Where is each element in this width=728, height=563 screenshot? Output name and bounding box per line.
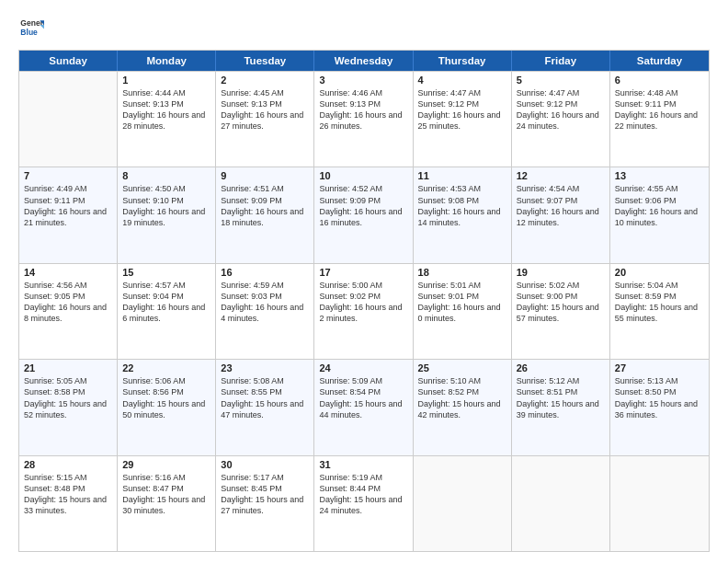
day-number-w2-sunday: 7	[24, 170, 112, 181]
col-monday: Monday	[118, 51, 216, 71]
day-number-w1-monday: 1	[122, 75, 210, 86]
day-number-w3-saturday: 20	[615, 267, 704, 278]
col-sunday: Sunday	[19, 51, 118, 71]
day-number-w2-tuesday: 9	[221, 170, 309, 181]
cell-w1-monday: 1Sunrise: 4:44 AM Sunset: 9:13 PM Daylig…	[118, 72, 216, 167]
cell-w4-tuesday: 23Sunrise: 5:08 AM Sunset: 8:55 PM Dayli…	[216, 360, 314, 454]
day-info-w4-sunday: Sunrise: 5:05 AM Sunset: 8:58 PM Dayligh…	[24, 375, 112, 420]
day-info-w2-saturday: Sunrise: 4:55 AM Sunset: 9:06 PM Dayligh…	[615, 183, 704, 228]
cell-w4-friday: 26Sunrise: 5:12 AM Sunset: 8:51 PM Dayli…	[512, 360, 610, 454]
cell-w5-monday: 29Sunrise: 5:16 AM Sunset: 8:47 PM Dayli…	[118, 456, 216, 551]
cell-w3-thursday: 18Sunrise: 5:01 AM Sunset: 9:01 PM Dayli…	[414, 264, 512, 359]
day-info-w5-monday: Sunrise: 5:16 AM Sunset: 8:47 PM Dayligh…	[122, 472, 210, 517]
calendar-body: 1Sunrise: 4:44 AM Sunset: 9:13 PM Daylig…	[19, 71, 709, 551]
svg-text:Blue: Blue	[20, 28, 38, 37]
cell-w1-thursday: 4Sunrise: 4:47 AM Sunset: 9:12 PM Daylig…	[414, 72, 512, 167]
day-number-w1-thursday: 4	[418, 75, 506, 86]
day-info-w3-tuesday: Sunrise: 4:59 AM Sunset: 9:03 PM Dayligh…	[221, 280, 309, 325]
col-friday: Friday	[512, 51, 610, 71]
cell-w4-monday: 22Sunrise: 5:06 AM Sunset: 8:56 PM Dayli…	[118, 360, 216, 454]
cell-w3-sunday: 14Sunrise: 4:56 AM Sunset: 9:05 PM Dayli…	[19, 264, 118, 359]
day-info-w1-wednesday: Sunrise: 4:46 AM Sunset: 9:13 PM Dayligh…	[319, 87, 407, 132]
day-info-w3-wednesday: Sunrise: 5:00 AM Sunset: 9:02 PM Dayligh…	[319, 280, 407, 325]
day-number-w4-friday: 26	[517, 362, 605, 373]
cell-w2-saturday: 13Sunrise: 4:55 AM Sunset: 9:06 PM Dayli…	[610, 167, 709, 262]
day-number-w3-monday: 15	[122, 267, 210, 278]
cell-w2-wednesday: 10Sunrise: 4:52 AM Sunset: 9:09 PM Dayli…	[314, 167, 413, 262]
day-number-w5-monday: 29	[122, 459, 210, 470]
day-info-w4-monday: Sunrise: 5:06 AM Sunset: 8:56 PM Dayligh…	[122, 375, 210, 420]
cell-w5-thursday	[414, 456, 512, 551]
cell-w4-sunday: 21Sunrise: 5:05 AM Sunset: 8:58 PM Dayli…	[19, 360, 118, 454]
cell-w5-tuesday: 30Sunrise: 5:17 AM Sunset: 8:45 PM Dayli…	[216, 456, 314, 551]
cell-w4-thursday: 25Sunrise: 5:10 AM Sunset: 8:52 PM Dayli…	[414, 360, 512, 454]
day-number-w3-thursday: 18	[418, 267, 506, 278]
cell-w3-tuesday: 16Sunrise: 4:59 AM Sunset: 9:03 PM Dayli…	[216, 264, 314, 359]
cell-w3-saturday: 20Sunrise: 5:04 AM Sunset: 8:59 PM Dayli…	[610, 264, 709, 359]
day-number-w5-tuesday: 30	[221, 459, 309, 470]
cell-w4-wednesday: 24Sunrise: 5:09 AM Sunset: 8:54 PM Dayli…	[314, 360, 413, 454]
day-info-w4-friday: Sunrise: 5:12 AM Sunset: 8:51 PM Dayligh…	[517, 375, 605, 420]
day-info-w2-thursday: Sunrise: 4:53 AM Sunset: 9:08 PM Dayligh…	[418, 183, 506, 228]
day-info-w5-tuesday: Sunrise: 5:17 AM Sunset: 8:45 PM Dayligh…	[221, 472, 309, 517]
day-info-w2-friday: Sunrise: 4:54 AM Sunset: 9:07 PM Dayligh…	[517, 183, 605, 228]
day-info-w1-saturday: Sunrise: 4:48 AM Sunset: 9:11 PM Dayligh…	[615, 87, 704, 132]
day-info-w5-wednesday: Sunrise: 5:19 AM Sunset: 8:44 PM Dayligh…	[319, 472, 407, 517]
cell-w3-friday: 19Sunrise: 5:02 AM Sunset: 9:00 PM Dayli…	[512, 264, 610, 359]
week-row-1: 1Sunrise: 4:44 AM Sunset: 9:13 PM Daylig…	[19, 71, 709, 167]
col-wednesday: Wednesday	[314, 51, 413, 71]
day-info-w1-tuesday: Sunrise: 4:45 AM Sunset: 9:13 PM Dayligh…	[221, 87, 309, 132]
cell-w5-wednesday: 31Sunrise: 5:19 AM Sunset: 8:44 PM Dayli…	[314, 456, 413, 551]
day-info-w1-monday: Sunrise: 4:44 AM Sunset: 9:13 PM Dayligh…	[122, 87, 210, 132]
day-number-w5-wednesday: 31	[319, 459, 407, 470]
col-thursday: Thursday	[414, 51, 512, 71]
day-info-w1-thursday: Sunrise: 4:47 AM Sunset: 9:12 PM Dayligh…	[418, 87, 506, 132]
day-info-w3-sunday: Sunrise: 4:56 AM Sunset: 9:05 PM Dayligh…	[24, 280, 112, 325]
day-number-w3-sunday: 14	[24, 267, 112, 278]
cell-w1-friday: 5Sunrise: 4:47 AM Sunset: 9:12 PM Daylig…	[512, 72, 610, 167]
day-number-w4-monday: 22	[122, 362, 210, 373]
day-number-w4-saturday: 27	[615, 362, 704, 373]
cell-w1-saturday: 6Sunrise: 4:48 AM Sunset: 9:11 PM Daylig…	[610, 72, 709, 167]
day-info-w4-tuesday: Sunrise: 5:08 AM Sunset: 8:55 PM Dayligh…	[221, 375, 309, 420]
cell-w5-sunday: 28Sunrise: 5:15 AM Sunset: 8:48 PM Dayli…	[19, 456, 118, 551]
cell-w3-wednesday: 17Sunrise: 5:00 AM Sunset: 9:02 PM Dayli…	[314, 264, 413, 359]
day-number-w4-thursday: 25	[418, 362, 506, 373]
day-info-w5-sunday: Sunrise: 5:15 AM Sunset: 8:48 PM Dayligh…	[24, 472, 112, 517]
day-info-w1-friday: Sunrise: 4:47 AM Sunset: 9:12 PM Dayligh…	[517, 87, 605, 132]
day-info-w2-monday: Sunrise: 4:50 AM Sunset: 9:10 PM Dayligh…	[122, 183, 210, 228]
cell-w1-wednesday: 3Sunrise: 4:46 AM Sunset: 9:13 PM Daylig…	[314, 72, 413, 167]
week-row-4: 21Sunrise: 5:05 AM Sunset: 8:58 PM Dayli…	[19, 359, 709, 454]
day-number-w2-friday: 12	[517, 170, 605, 181]
day-number-w2-wednesday: 10	[319, 170, 407, 181]
col-saturday: Saturday	[610, 51, 709, 71]
cell-w1-tuesday: 2Sunrise: 4:45 AM Sunset: 9:13 PM Daylig…	[216, 72, 314, 167]
week-row-3: 14Sunrise: 4:56 AM Sunset: 9:05 PM Dayli…	[19, 263, 709, 359]
cell-w2-tuesday: 9Sunrise: 4:51 AM Sunset: 9:09 PM Daylig…	[216, 167, 314, 262]
day-number-w2-monday: 8	[122, 170, 210, 181]
day-number-w2-thursday: 11	[418, 170, 506, 181]
day-info-w2-wednesday: Sunrise: 4:52 AM Sunset: 9:09 PM Dayligh…	[319, 183, 407, 228]
day-number-w1-saturday: 6	[615, 75, 704, 86]
calendar-header-row: Sunday Monday Tuesday Wednesday Thursday…	[19, 51, 709, 71]
svg-text:General: General	[20, 18, 44, 28]
day-number-w4-tuesday: 23	[221, 362, 309, 373]
day-info-w4-wednesday: Sunrise: 5:09 AM Sunset: 8:54 PM Dayligh…	[319, 375, 407, 420]
day-info-w3-saturday: Sunrise: 5:04 AM Sunset: 8:59 PM Dayligh…	[615, 280, 704, 325]
cell-w2-thursday: 11Sunrise: 4:53 AM Sunset: 9:08 PM Dayli…	[414, 167, 512, 262]
cell-w5-saturday	[610, 456, 709, 551]
day-number-w1-tuesday: 2	[221, 75, 309, 86]
logo-icon: General Blue	[18, 15, 44, 40]
day-number-w1-wednesday: 3	[319, 75, 407, 86]
day-number-w2-saturday: 13	[615, 170, 704, 181]
cell-w3-monday: 15Sunrise: 4:57 AM Sunset: 9:04 PM Dayli…	[118, 264, 216, 359]
day-info-w4-saturday: Sunrise: 5:13 AM Sunset: 8:50 PM Dayligh…	[615, 375, 704, 420]
day-number-w5-sunday: 28	[24, 459, 112, 470]
cell-w2-sunday: 7Sunrise: 4:49 AM Sunset: 9:11 PM Daylig…	[19, 167, 118, 262]
day-info-w4-thursday: Sunrise: 5:10 AM Sunset: 8:52 PM Dayligh…	[418, 375, 506, 420]
day-info-w3-friday: Sunrise: 5:02 AM Sunset: 9:00 PM Dayligh…	[517, 280, 605, 325]
cell-w2-friday: 12Sunrise: 4:54 AM Sunset: 9:07 PM Dayli…	[512, 167, 610, 262]
day-number-w3-tuesday: 16	[221, 267, 309, 278]
calendar: Sunday Monday Tuesday Wednesday Thursday…	[18, 50, 710, 552]
logo: General Blue	[18, 15, 48, 40]
